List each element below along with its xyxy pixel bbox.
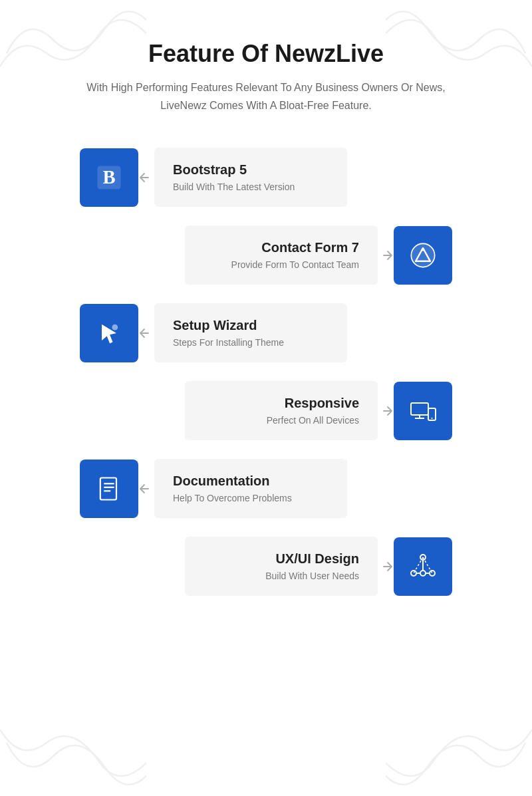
svg-text:B: B bbox=[102, 167, 115, 188]
section-subtitle: With High Performing Features Relevant T… bbox=[66, 78, 466, 114]
feature-subtitle-bootstrap: Build With The Latest Version bbox=[173, 182, 329, 192]
svg-point-7 bbox=[112, 325, 118, 331]
document-icon bbox=[94, 474, 124, 503]
feature-row-wizard: Setup Wizard Steps For Installing Theme bbox=[27, 303, 505, 362]
feature-subtitle-uxui: Build With User Needs bbox=[203, 571, 359, 581]
feature-row-contact: Contact Form 7 Provide Form To Contact T… bbox=[27, 225, 505, 285]
page-wrapper: Feature Of NewzLive With High Performing… bbox=[0, 0, 532, 649]
feature-title-responsive: Responsive bbox=[203, 396, 359, 411]
uxui-icon-box bbox=[394, 537, 452, 596]
bootstrap-icon: B bbox=[94, 163, 124, 192]
devices-icon bbox=[408, 396, 438, 426]
feature-title-docs: Documentation bbox=[173, 473, 329, 489]
feature-title-contact: Contact Form 7 bbox=[203, 240, 359, 255]
arrow-left-docs bbox=[138, 483, 154, 495]
feature-row-bootstrap: B Bootstrap 5 Build With The Latest Vers… bbox=[27, 148, 505, 207]
feature-card-contact: Contact Form 7 Provide Form To Contact T… bbox=[185, 225, 378, 285]
svg-point-2 bbox=[410, 243, 435, 267]
svg-point-20 bbox=[420, 571, 426, 576]
wizard-icon-box bbox=[80, 304, 138, 362]
svg-point-12 bbox=[432, 418, 433, 419]
responsive-icon-box bbox=[394, 382, 452, 440]
arrow-left-wizard bbox=[138, 327, 154, 339]
features-list: B Bootstrap 5 Build With The Latest Vers… bbox=[27, 148, 505, 596]
svg-point-5 bbox=[422, 248, 424, 251]
cursor-icon bbox=[94, 319, 124, 348]
docs-icon-box bbox=[80, 460, 138, 518]
feature-title-bootstrap: Bootstrap 5 bbox=[173, 162, 329, 178]
feature-row-responsive: Responsive Perfect On All Devices bbox=[27, 381, 505, 440]
section-title: Feature Of NewzLive bbox=[27, 40, 505, 68]
svg-rect-13 bbox=[100, 477, 116, 499]
arrow-right-contact bbox=[378, 249, 394, 261]
arrow-right-uxui bbox=[378, 561, 394, 573]
feature-row-uxui: UX/UI Design Build With User Needs bbox=[27, 537, 505, 596]
feature-card-responsive: Responsive Perfect On All Devices bbox=[185, 381, 378, 440]
feature-title-uxui: UX/UI Design bbox=[203, 551, 359, 567]
feature-card-bootstrap: Bootstrap 5 Build With The Latest Versio… bbox=[154, 148, 347, 207]
arrow-right-responsive bbox=[378, 405, 394, 417]
feature-title-wizard: Setup Wizard bbox=[173, 318, 329, 333]
contact-icon-box bbox=[394, 226, 452, 285]
feature-card-docs: Documentation Help To Overcome Problems bbox=[154, 459, 347, 518]
feature-card-wizard: Setup Wizard Steps For Installing Theme bbox=[154, 303, 347, 362]
arrow-left-bootstrap bbox=[138, 172, 154, 184]
feature-row-docs: Documentation Help To Overcome Problems bbox=[27, 459, 505, 518]
feature-card-uxui: UX/UI Design Build With User Needs bbox=[185, 537, 378, 596]
feature-subtitle-contact: Provide Form To Contact Team bbox=[203, 259, 359, 270]
pen-icon bbox=[408, 552, 438, 581]
bootstrap-icon-box: B bbox=[80, 148, 138, 207]
svg-rect-8 bbox=[411, 403, 428, 415]
feature-subtitle-wizard: Steps For Installing Theme bbox=[173, 337, 329, 348]
mountain-icon bbox=[408, 241, 438, 270]
feature-subtitle-responsive: Perfect On All Devices bbox=[203, 415, 359, 426]
feature-subtitle-docs: Help To Overcome Problems bbox=[173, 493, 329, 503]
section-header: Feature Of NewzLive With High Performing… bbox=[27, 40, 505, 114]
